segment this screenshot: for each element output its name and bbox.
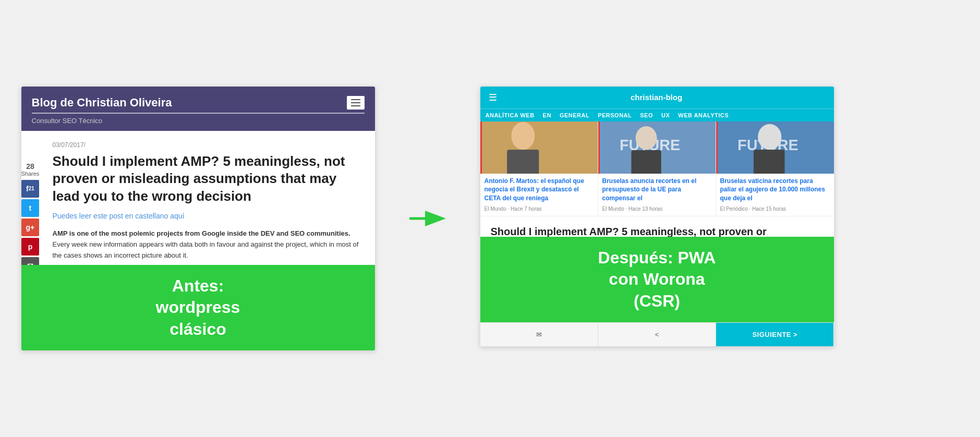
bottom-email-button[interactable]: ✉ — [480, 323, 598, 346]
left-overlay-line2: wordpress — [27, 297, 370, 319]
nav-item-analitica[interactable]: ANALÍTICA WEB — [486, 112, 535, 118]
transition-arrow — [407, 205, 449, 232]
bottom-share-icon: < — [655, 331, 659, 338]
news-source-2: El Mundo — [602, 206, 624, 212]
arrow-icon — [407, 205, 449, 232]
news-content-3: Bruselas vaticina recortes para paliar e… — [716, 177, 834, 212]
right-overlay-line3: (CSR) — [486, 290, 829, 312]
news-time-2: Hace 13 horas — [628, 206, 662, 212]
news-item-1: Antonio F. Martos: el español que negoci… — [480, 122, 598, 216]
news-meta-3: El Periódico · Hace 15 horas — [720, 206, 830, 212]
left-overlay-line3: clásico — [27, 319, 370, 341]
facebook-button[interactable]: f 21 — [21, 180, 39, 198]
left-overlay-label: Antes: wordpress clásico — [21, 265, 375, 351]
news-source-3: El Periódico — [720, 206, 748, 212]
left-header: Blog de Christian Oliveira Consultor SEO… — [21, 87, 375, 131]
right-header: ☰ christian-blog — [480, 87, 834, 108]
left-panel: Blog de Christian Oliveira Consultor SEO… — [21, 86, 376, 351]
social-sidebar: 28 Shares f 21 t g+ p ✉ — [21, 162, 40, 276]
red-bar-1 — [480, 122, 482, 174]
news-image-1 — [480, 122, 598, 174]
article-date: 03/07/2017/ — [53, 141, 359, 149]
news-grid: Antonio F. Martos: el español que negoci… — [480, 122, 834, 216]
twitter-icon: t — [29, 204, 32, 212]
news-time-3: Hace 15 horas — [752, 206, 786, 212]
nav-item-web-analytics[interactable]: WEB ANALYTICS — [678, 112, 729, 118]
news-headline-1[interactable]: Antonio F. Martos: el español que negoci… — [485, 177, 594, 203]
svg-rect-14 — [753, 150, 784, 174]
right-blog-title: christian-blog — [631, 93, 682, 102]
share-number: 28 — [21, 162, 40, 171]
news-image-2: FUTURE — [598, 122, 716, 174]
news-content-2: Bruselas anuncia recortes en el presupue… — [598, 177, 716, 212]
left-overlay-line1: Antes: — [27, 275, 370, 297]
right-panel: ☰ christian-blog ANALÍTICA WEB EN GENERA… — [480, 86, 834, 347]
nav-item-personal[interactable]: PERSONAL — [598, 112, 632, 118]
header-divider — [32, 113, 365, 114]
news-headline-3[interactable]: Bruselas vaticina recortes para paliar e… — [720, 177, 830, 203]
svg-point-3 — [511, 122, 535, 150]
svg-rect-4 — [507, 150, 539, 174]
news-content-1: Antonio F. Martos: el español que negoci… — [480, 177, 598, 212]
nav-item-en[interactable]: EN — [543, 112, 551, 118]
news-meta-2: El Mundo · Hace 13 horas — [602, 206, 711, 212]
svg-rect-5 — [539, 122, 598, 174]
news-source-1: El Mundo — [485, 206, 506, 212]
news-headline-2[interactable]: Bruselas anuncia recortes en el presupue… — [602, 177, 711, 203]
right-bottom-bar: ✉ < SIGUIENTE > — [480, 322, 834, 346]
twitter-button[interactable]: t — [21, 199, 39, 217]
main-container: Blog de Christian Oliveira Consultor SEO… — [21, 86, 960, 351]
red-bar-3 — [716, 122, 718, 174]
gplus-button[interactable]: g+ — [21, 218, 39, 236]
body-paragraph-1: AMP is one of the most polemic projects … — [53, 228, 359, 261]
right-nav: ANALÍTICA WEB EN GENERAL PERSONAL SEO UX… — [480, 108, 834, 122]
article-title: Should I implement AMP? 5 meaningless, n… — [53, 153, 359, 205]
svg-point-13 — [758, 124, 781, 149]
bottom-email-icon: ✉ — [536, 331, 542, 338]
right-overlay-line2: con Worona — [486, 269, 829, 290]
bottom-share-button[interactable]: < — [598, 323, 716, 346]
news-time-1: Hace 7 horas — [511, 206, 541, 212]
pinterest-icon: p — [28, 242, 33, 251]
news-meta-1: El Mundo · Hace 7 horas — [485, 206, 594, 212]
siguiente-label: SIGUIENTE > — [752, 331, 797, 338]
svg-point-9 — [635, 126, 657, 150]
facebook-count: 21 — [29, 186, 34, 191]
hamburger-icon — [351, 99, 360, 106]
news-item-3: FUTURE Bruselas vaticina recortes para p… — [716, 122, 834, 216]
nav-item-ux[interactable]: UX — [661, 112, 670, 118]
news-image-3: FUTURE — [716, 122, 834, 174]
left-menu-button[interactable] — [347, 96, 365, 110]
left-blog-title: Blog de Christian Oliveira — [32, 96, 365, 110]
left-blog-subtitle: Consultor SEO Técnico — [32, 117, 365, 125]
share-count: 28 Shares — [21, 162, 40, 178]
right-overlay-label: Después: PWA con Worona (CSR) — [480, 237, 834, 323]
nav-item-seo[interactable]: SEO — [640, 112, 653, 118]
svg-rect-10 — [631, 150, 661, 174]
news-item-2: FUTURE Bruselas anuncia recortes en el p… — [598, 122, 716, 216]
right-menu-icon[interactable]: ☰ — [489, 92, 497, 103]
right-overlay-line1: Después: PWA — [486, 247, 829, 269]
share-label: Shares — [21, 171, 40, 177]
pinterest-button[interactable]: p — [21, 238, 39, 256]
gplus-icon: g+ — [26, 223, 35, 232]
spanish-link[interactable]: Puedes leer este post en castellano aquí — [53, 212, 359, 220]
siguiente-button[interactable]: SIGUIENTE > — [716, 323, 833, 346]
red-bar-2 — [598, 122, 600, 174]
nav-item-general[interactable]: GENERAL — [560, 112, 589, 118]
